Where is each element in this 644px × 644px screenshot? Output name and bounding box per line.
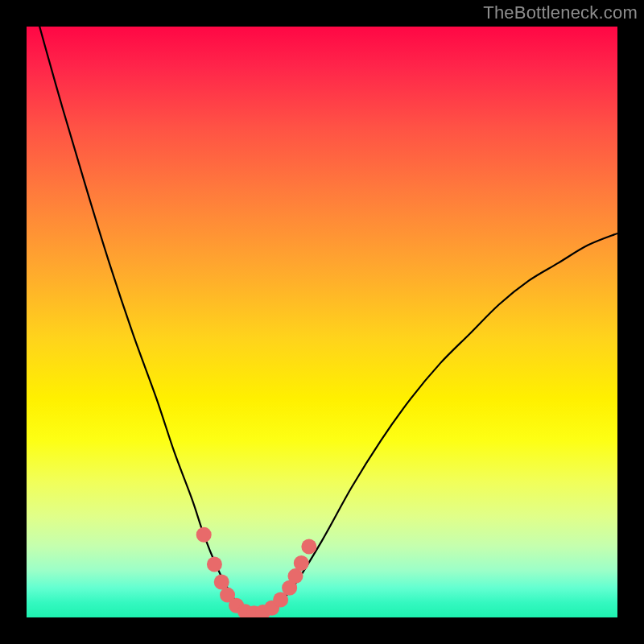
data-markers [196,527,317,617]
plot-area [27,27,617,617]
data-marker [294,555,309,571]
bottleneck-curve [27,27,617,613]
chart-svg [27,27,617,617]
data-marker [207,556,222,572]
data-marker [287,568,303,584]
data-marker [301,539,316,554]
data-marker [214,574,229,589]
chart-frame: TheBottleneck.com [0,0,644,644]
data-marker [196,527,212,543]
watermark-text: TheBottleneck.com [483,2,638,23]
